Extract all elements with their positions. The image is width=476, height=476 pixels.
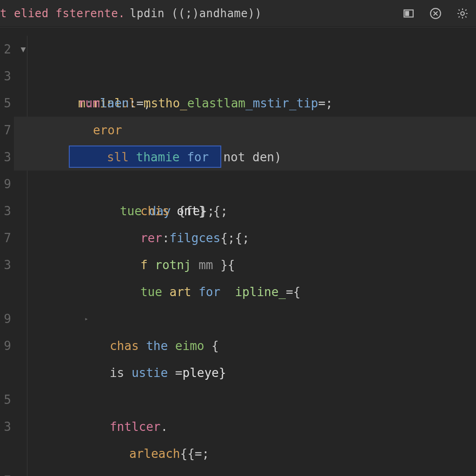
code-line[interactable]: ▼ m:rinlul=; <box>34 36 476 63</box>
code-line[interactable]: arleach{{=; <box>34 413 476 440</box>
code-line[interactable] <box>34 359 476 386</box>
code-line[interactable]: f rotnj mm }{ <box>34 225 476 251</box>
code-line[interactable]: chas the eimo { <box>34 305 476 332</box>
title-prefix: t elied fsterente. <box>0 7 125 20</box>
code-line[interactable]: is ustie =pleye} <box>34 332 476 359</box>
code-area[interactable]: ▼ m:rinlul=; rumlaen: mstho_elastlam_mst… <box>14 27 476 476</box>
code-line[interactable]: rer:filgces{;{; <box>34 198 476 225</box>
editor[interactable]: 235 739 373 99 53 73 9 ▼ m:rinlul=; ruml… <box>0 27 476 476</box>
code-line[interactable] <box>34 440 476 467</box>
toolbar-actions <box>402 7 469 20</box>
code-line[interactable]: } <box>34 467 476 476</box>
code-line[interactable]: fntlcer. <box>34 386 476 413</box>
tab-title: t elied fsterente. lpdin ((;)andhame)) <box>0 7 262 20</box>
titlebar: t elied fsterente. lpdin ((;)andhame)) <box>0 0 476 27</box>
panel-icon[interactable] <box>402 7 416 20</box>
code-line[interactable]: chis ont} {; <box>34 171 476 198</box>
title-filename: lpdin ((;)andhame)) <box>130 7 262 20</box>
close-circle-icon[interactable] <box>429 7 443 20</box>
code-line[interactable]: sll thamie for not den) <box>14 117 476 144</box>
fold-caret-icon[interactable]: ▼ <box>19 36 28 63</box>
code-line[interactable]: rumlaen: mstho_elastlam_mstir_tip=; <box>34 63 476 90</box>
indent-guide <box>27 36 27 476</box>
svg-point-3 <box>461 12 464 15</box>
gear-icon[interactable] <box>456 7 469 20</box>
line-gutter: 235 739 373 99 53 73 9 <box>0 27 14 476</box>
code-line[interactable]: tue art for ipline_={ <box>34 251 476 278</box>
svg-rect-1 <box>406 11 409 15</box>
